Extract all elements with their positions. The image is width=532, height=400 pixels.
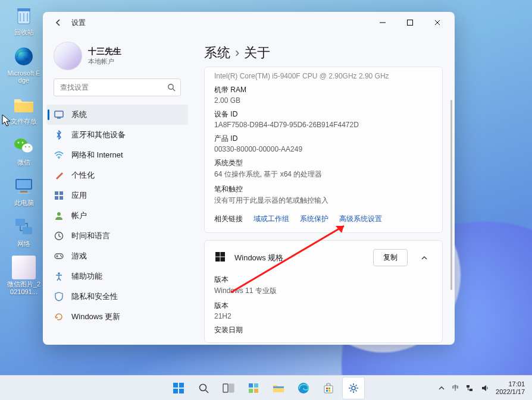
svg-rect-50 (326, 388, 328, 389)
desktop-icon-label: 微信图片_2021091... (6, 281, 42, 295)
back-button[interactable] (51, 18, 65, 27)
svg-rect-11 (20, 191, 27, 193)
minimize-button[interactable] (369, 12, 396, 33)
search-box[interactable] (54, 78, 181, 96)
svg-rect-47 (273, 386, 284, 388)
taskbar-edge[interactable] (292, 377, 315, 399)
edition-value: Windows 11 专业版 (214, 286, 433, 296)
accessibility-icon (54, 271, 64, 282)
nav-label: 应用 (71, 190, 87, 201)
svg-rect-1 (17, 8, 30, 11)
profile-sub: 本地帐户 (88, 57, 121, 66)
tray-network-icon[interactable] (465, 383, 474, 393)
nav-a11y[interactable]: 辅助功能 (46, 266, 188, 286)
svg-rect-15 (408, 20, 413, 26)
copy-button[interactable]: 复制 (373, 249, 408, 266)
svg-point-28 (61, 256, 62, 257)
svg-rect-14 (23, 227, 32, 234)
version-value: 21H2 (214, 312, 433, 320)
svg-rect-32 (215, 257, 220, 262)
nav-label: 网络和 Internet (71, 150, 123, 160)
desktop-icon-recycle[interactable]: 回收站 (6, 4, 42, 36)
collapse-toggle[interactable] (416, 254, 433, 262)
svg-point-54 (352, 386, 355, 390)
taskbar-taskview[interactable] (217, 377, 240, 399)
svg-rect-53 (328, 390, 330, 392)
nav-accounts[interactable]: 帐户 (46, 206, 188, 226)
nav-personalize[interactable]: 个性化 (46, 165, 188, 185)
nav-gaming[interactable]: 游戏 (46, 246, 188, 266)
clock-icon (54, 231, 64, 241)
svg-rect-36 (173, 383, 178, 388)
nav-update[interactable]: Windows 更新 (46, 307, 188, 327)
nav-label: 个性化 (71, 170, 95, 181)
tray-volume-icon[interactable] (480, 383, 490, 393)
start-button[interactable] (167, 377, 190, 399)
avatar (54, 42, 82, 70)
svg-rect-18 (57, 118, 61, 119)
search-icon (167, 83, 176, 92)
link-domain-workgroup[interactable]: 域或工作组 (254, 214, 289, 224)
desktop-icon-folder[interactable]: 文件存放 (6, 93, 42, 125)
folder-icon (12, 93, 36, 116)
tray-ime[interactable]: 中 (452, 383, 459, 392)
taskbar-search[interactable] (192, 377, 215, 399)
windows-spec-panel: Windows 规格 复制 版本Windows 11 专业版 版本21H2 安装… (204, 240, 443, 343)
svg-rect-37 (179, 383, 184, 388)
edition-label: 版本 (214, 275, 433, 285)
ram-label: 机带 RAM (214, 85, 433, 95)
breadcrumb: 系统›关于 (192, 33, 455, 67)
nav-bluetooth[interactable]: 蓝牙和其他设备 (46, 125, 188, 145)
link-system-protect[interactable]: 系统保护 (300, 214, 328, 224)
svg-rect-33 (221, 257, 226, 262)
link-advanced-system[interactable]: 高级系统设置 (339, 214, 382, 224)
version-label: 版本 (214, 301, 433, 311)
search-input[interactable] (59, 83, 167, 92)
nav-time-lang[interactable]: 时间和语言 (46, 226, 188, 246)
tray-clock[interactable]: 17:01 2022/1/17 (496, 380, 525, 395)
svg-rect-51 (328, 388, 330, 389)
svg-point-7 (25, 146, 26, 147)
recycle-bin-icon (12, 4, 36, 27)
svg-point-19 (58, 158, 60, 159)
nav-privacy[interactable]: 隐私和安全性 (46, 286, 188, 307)
desktop-icon-network[interactable]: 网络 (6, 215, 42, 248)
breadcrumb-root[interactable]: 系统 (204, 45, 230, 60)
computer-icon (12, 174, 36, 198)
apps-icon (54, 190, 64, 201)
nav-system[interactable]: 系统 (46, 105, 188, 125)
svg-rect-30 (215, 252, 220, 257)
desktop-icon-image[interactable]: 微信图片_2021091... (6, 256, 42, 295)
desktop-icon-edge[interactable]: Microsoft Edge (6, 45, 42, 84)
svg-rect-55 (467, 385, 470, 388)
desktop-icon-wechat[interactable]: 微信 (6, 134, 42, 166)
maximize-button[interactable] (396, 12, 424, 33)
svg-rect-45 (249, 389, 253, 393)
brush-icon (54, 170, 64, 181)
taskbar-explorer[interactable] (267, 377, 290, 399)
device-id-value: 1A8F7508-D9B4-4D79-95D6-26B914F4472D (214, 121, 433, 129)
nav-label: 时间和语言 (71, 231, 110, 241)
svg-rect-38 (173, 389, 178, 393)
close-button[interactable] (424, 12, 451, 33)
taskbar-widgets[interactable] (242, 377, 265, 399)
nav-network[interactable]: 网络和 Internet (46, 145, 188, 165)
svg-rect-41 (223, 384, 228, 392)
svg-rect-52 (326, 390, 328, 392)
bluetooth-icon (54, 130, 64, 140)
svg-point-6 (22, 141, 24, 143)
taskbar-settings[interactable] (342, 377, 365, 399)
profile-block[interactable]: 十三先生 本地帐户 (43, 36, 192, 78)
desktop-icon-thispc[interactable]: 此电脑 (6, 174, 42, 207)
pentouch-label: 笔和触控 (214, 184, 433, 194)
taskbar-store[interactable] (317, 377, 340, 399)
related-links-label: 相关链接 (214, 214, 243, 224)
svg-point-40 (200, 384, 206, 390)
svg-rect-31 (221, 252, 226, 257)
tray-chevron-up-icon[interactable] (437, 383, 446, 393)
svg-point-27 (60, 255, 61, 256)
nav-apps[interactable]: 应用 (46, 185, 188, 206)
svg-rect-21 (60, 191, 63, 195)
svg-rect-12 (18, 193, 30, 194)
svg-rect-46 (254, 389, 258, 393)
